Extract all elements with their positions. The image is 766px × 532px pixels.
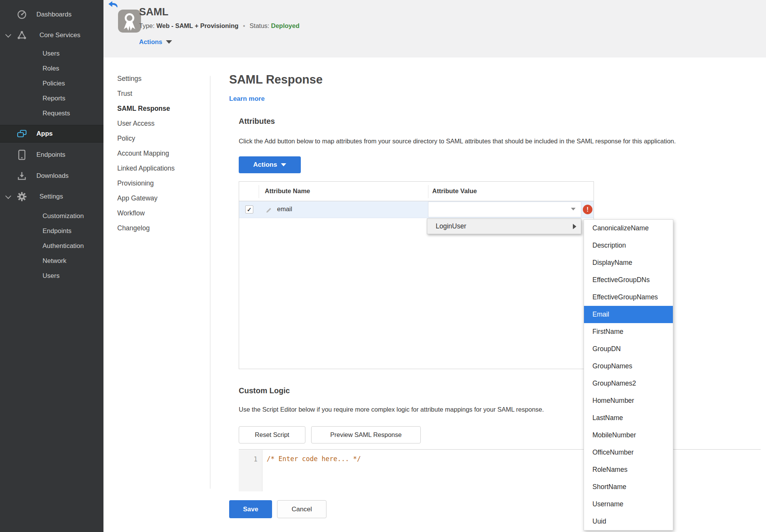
status-label: Status: <box>249 22 269 29</box>
sidebar-subitem[interactable]: Authentication <box>0 238 103 253</box>
header-actions-menu[interactable]: Actions <box>139 38 172 46</box>
value-menu-loginuser[interactable]: LoginUser <box>427 218 581 234</box>
subnav-item[interactable]: Account Mapping <box>117 146 202 161</box>
attribute-option[interactable]: HomeNumber <box>584 392 673 409</box>
attribute-value-combobox[interactable] <box>428 202 581 217</box>
attribute-option[interactable]: GroupNames <box>584 358 673 375</box>
subnav-item[interactable]: User Access <box>117 116 202 131</box>
core-services-subitems: Users Roles Policies Reports Requests <box>0 46 103 121</box>
sidebar-subitem-label: Requests <box>0 110 70 117</box>
attribute-option[interactable]: LastName <box>584 409 673 427</box>
sidebar-subitem-label: Network <box>0 257 66 265</box>
app-meta: Type: Web - SAML + Provisioning • Status… <box>139 22 300 30</box>
attributes-actions-button[interactable]: Actions <box>239 156 301 173</box>
sidebar-subitem[interactable]: Customization <box>0 209 103 223</box>
sidebar-subitem[interactable]: Policies <box>0 76 103 91</box>
value-menu-label: LoginUser <box>427 222 466 230</box>
sidebar-subitem[interactable]: Users <box>0 268 103 283</box>
back-arrow-icon[interactable] <box>108 1 118 8</box>
column-separator <box>428 185 428 198</box>
error-icon: ! <box>583 205 592 214</box>
sidebar-subitem-label: Endpoints <box>0 227 72 235</box>
dashboards-gauge-icon <box>16 10 28 20</box>
value-submenu: CanonicalizeNameDescriptionDisplayNameEf… <box>584 219 673 530</box>
subnav-item[interactable]: Linked Applications <box>117 161 202 176</box>
apps-icon <box>16 129 28 138</box>
save-button[interactable]: Save <box>229 500 272 518</box>
sidebar-subitem[interactable]: Endpoints <box>0 223 103 238</box>
sidebar-subitem[interactable]: Roles <box>0 61 103 76</box>
sidebar-subitem[interactable]: Reports <box>0 91 103 106</box>
attribute-option[interactable]: ShortName <box>584 478 673 496</box>
subnav-divider <box>210 76 210 489</box>
sidebar-subitem-label: Roles <box>0 65 59 72</box>
subnav-item[interactable]: Trust <box>117 86 202 101</box>
sidebar-item-downloads[interactable]: Downloads <box>0 167 103 185</box>
chevron-down-icon <box>281 163 286 166</box>
type-value: Web - SAML + Provisioning <box>156 22 238 29</box>
attribute-option[interactable]: GroupDN <box>584 340 673 358</box>
sidebar-subitem[interactable]: Requests <box>0 106 103 121</box>
attribute-option[interactable]: GroupNames2 <box>584 375 673 392</box>
sidebar-item-settings[interactable]: Settings <box>0 185 103 209</box>
custom-logic-description: Use the Script Editor below if you requi… <box>239 406 544 413</box>
learn-more-link[interactable]: Learn more <box>229 95 265 103</box>
chevron-down-icon <box>166 40 172 44</box>
attribute-option[interactable]: Description <box>584 237 673 254</box>
attribute-option[interactable]: FirstName <box>584 323 673 340</box>
sidebar-subitem[interactable]: Network <box>0 253 103 268</box>
settings-gear-icon <box>16 191 28 202</box>
attribute-option[interactable]: CanonicalizeName <box>584 220 673 237</box>
sidebar-subitem-label: Users <box>0 272 59 280</box>
subnav-item[interactable]: Changelog <box>117 221 202 236</box>
sidebar-item-apps[interactable]: Apps <box>0 125 103 143</box>
attribute-name-cell: email <box>277 205 292 213</box>
sidebar-subitem-label: Authentication <box>0 242 84 250</box>
sidebar-item-endpoints[interactable]: Endpoints <box>0 143 103 167</box>
endpoints-device-icon <box>16 149 28 160</box>
subnav-item[interactable]: Provisioning <box>117 176 202 191</box>
subnav-item[interactable]: Workflow <box>117 206 202 221</box>
editor-code-area[interactable]: /* Enter code here... */ <box>263 450 761 491</box>
saml-app-icon <box>118 10 141 33</box>
app-title: SAML <box>139 6 169 18</box>
reset-script-button[interactable]: Reset Script <box>239 426 305 443</box>
sidebar-item-core-services[interactable]: Core Services <box>0 25 103 46</box>
preview-saml-response-button[interactable]: Preview SAML Response <box>311 426 421 443</box>
subnav-item[interactable]: App Gateway <box>117 191 202 206</box>
attribute-option[interactable]: Email <box>584 306 673 323</box>
attribute-option[interactable]: RoleNames <box>584 461 673 478</box>
sidebar-subitem-label: Policies <box>0 80 65 87</box>
page-title: SAML Response <box>229 73 323 87</box>
subnav-item[interactable]: Policy <box>117 131 202 146</box>
attributes-description: Click the Add button below to map attrib… <box>239 138 676 145</box>
editor-gutter: 1 <box>239 450 262 491</box>
attribute-option[interactable]: MobileNumber <box>584 427 673 444</box>
header-actions-label: Actions <box>139 38 162 46</box>
app-header: SAML Type: Web - SAML + Provisioning • S… <box>103 0 766 57</box>
attribute-option[interactable]: EffectiveGroupNames <box>584 289 673 306</box>
sidebar-item-dashboards[interactable]: Dashboards <box>0 5 103 25</box>
edit-pencil-icon[interactable] <box>266 206 273 215</box>
attribute-option[interactable]: DisplayName <box>584 254 673 271</box>
row-checkbox[interactable]: ✓ <box>245 205 253 213</box>
dot-separator: • <box>243 22 245 29</box>
attribute-option[interactable]: Username <box>584 496 673 513</box>
attribute-option[interactable]: OfficeNumber <box>584 444 673 461</box>
chevron-down-icon <box>571 208 576 210</box>
table-row[interactable]: ✓ email ! <box>239 201 594 218</box>
attributes-table: Attribute Name Attribute Value ✓ email ! <box>239 181 594 369</box>
cancel-button[interactable]: Cancel <box>277 500 326 518</box>
sidebar-subitem[interactable]: Users <box>0 46 103 61</box>
attribute-option[interactable]: EffectiveGroupDNs <box>584 271 673 289</box>
subnav-item[interactable]: SAML Response <box>117 101 202 116</box>
app-subnav: SettingsTrustSAML ResponseUser AccessPol… <box>117 71 202 236</box>
sidebar-item-label: Dashboards <box>0 11 72 18</box>
sidebar-subitem-label: Users <box>0 50 59 57</box>
sidebar-item-label: Core Services <box>0 31 80 39</box>
attributes-heading: Attributes <box>239 117 275 126</box>
sidebar-item-label: Downloads <box>0 172 69 180</box>
custom-logic-heading: Custom Logic <box>239 386 290 395</box>
subnav-item[interactable]: Settings <box>117 71 202 86</box>
attribute-option[interactable]: Uuid <box>584 513 673 530</box>
